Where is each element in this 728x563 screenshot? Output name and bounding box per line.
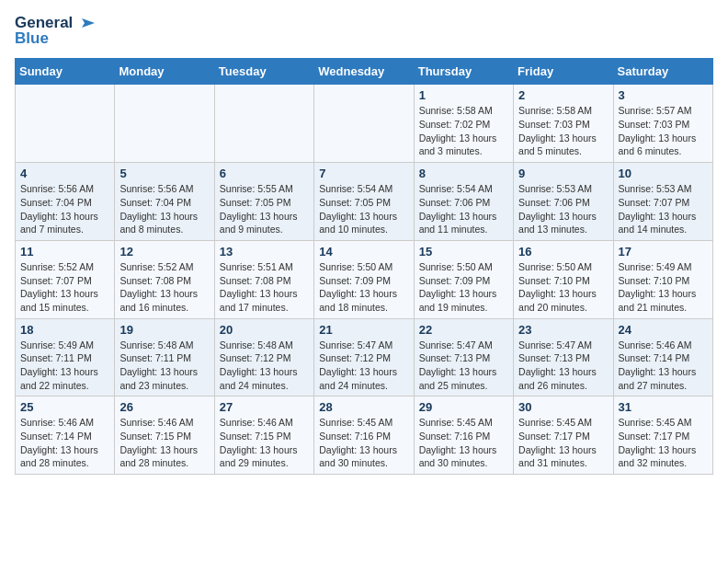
day-info: Sunrise: 5:56 AMSunset: 7:04 PMDaylight:…: [119, 182, 209, 236]
header-saturday: Saturday: [613, 59, 712, 85]
day-cell: [214, 85, 313, 163]
logo-bird-icon: [74, 15, 95, 31]
day-cell: [115, 85, 214, 163]
day-cell: [16, 85, 115, 163]
day-cell: 21Sunrise: 5:47 AMSunset: 7:12 PMDayligh…: [314, 318, 414, 396]
week-row-5: 25Sunrise: 5:46 AMSunset: 7:14 PMDayligh…: [16, 396, 713, 475]
header-tuesday: Tuesday: [214, 59, 313, 85]
day-info: Sunrise: 5:47 AMSunset: 7:13 PMDaylight:…: [518, 339, 608, 393]
day-cell: 4Sunrise: 5:56 AMSunset: 7:04 PMDaylight…: [16, 163, 115, 241]
day-cell: 23Sunrise: 5:47 AMSunset: 7:13 PMDayligh…: [514, 318, 613, 396]
day-info: Sunrise: 5:49 AMSunset: 7:11 PMDaylight:…: [20, 339, 109, 393]
day-cell: 18Sunrise: 5:49 AMSunset: 7:11 PMDayligh…: [16, 318, 115, 396]
day-cell: [314, 85, 414, 163]
day-number: 3: [619, 88, 708, 102]
day-number: 28: [319, 400, 408, 414]
logo: General Blue: [15, 15, 95, 47]
header-sunday: Sunday: [16, 59, 115, 85]
day-info: Sunrise: 5:50 AMSunset: 7:09 PMDaylight:…: [419, 260, 508, 315]
day-info: Sunrise: 5:58 AMSunset: 7:03 PMDaylight:…: [518, 104, 608, 158]
day-cell: 10Sunrise: 5:53 AMSunset: 7:07 PMDayligh…: [613, 163, 712, 241]
day-number: 4: [20, 167, 109, 180]
header-friday: Friday: [514, 59, 613, 85]
day-cell: 12Sunrise: 5:52 AMSunset: 7:08 PMDayligh…: [115, 240, 214, 318]
day-number: 26: [119, 400, 209, 414]
day-cell: 1Sunrise: 5:58 AMSunset: 7:02 PMDaylight…: [414, 85, 513, 163]
day-info: Sunrise: 5:46 AMSunset: 7:14 PMDaylight:…: [20, 416, 109, 470]
day-number: 17: [619, 245, 708, 259]
day-info: Sunrise: 5:58 AMSunset: 7:02 PMDaylight:…: [419, 104, 508, 158]
week-row-2: 4Sunrise: 5:56 AMSunset: 7:04 PMDaylight…: [16, 163, 713, 241]
day-cell: 7Sunrise: 5:54 AMSunset: 7:05 PMDaylight…: [314, 163, 414, 241]
day-cell: 19Sunrise: 5:48 AMSunset: 7:11 PMDayligh…: [115, 318, 214, 396]
day-number: 6: [220, 167, 309, 180]
day-cell: 28Sunrise: 5:45 AMSunset: 7:16 PMDayligh…: [314, 396, 414, 475]
day-number: 5: [119, 167, 209, 180]
day-number: 21: [319, 323, 408, 337]
day-cell: 6Sunrise: 5:55 AMSunset: 7:05 PMDaylight…: [214, 163, 313, 241]
day-cell: 8Sunrise: 5:54 AMSunset: 7:06 PMDaylight…: [414, 163, 513, 241]
day-cell: 15Sunrise: 5:50 AMSunset: 7:09 PMDayligh…: [414, 240, 513, 318]
day-cell: 30Sunrise: 5:45 AMSunset: 7:17 PMDayligh…: [514, 396, 613, 475]
day-info: Sunrise: 5:45 AMSunset: 7:16 PMDaylight:…: [319, 416, 408, 470]
day-number: 2: [518, 88, 608, 102]
svg-marker-0: [82, 18, 95, 28]
week-row-1: 1Sunrise: 5:58 AMSunset: 7:02 PMDaylight…: [16, 85, 713, 163]
day-number: 18: [20, 323, 109, 337]
day-cell: 13Sunrise: 5:51 AMSunset: 7:08 PMDayligh…: [214, 240, 313, 318]
day-cell: 3Sunrise: 5:57 AMSunset: 7:03 PMDaylight…: [613, 85, 712, 163]
day-cell: 22Sunrise: 5:47 AMSunset: 7:13 PMDayligh…: [414, 318, 513, 396]
day-number: 22: [419, 323, 508, 337]
day-number: 24: [619, 323, 708, 337]
day-info: Sunrise: 5:57 AMSunset: 7:03 PMDaylight:…: [619, 104, 708, 158]
calendar-header-row: SundayMondayTuesdayWednesdayThursdayFrid…: [16, 59, 713, 85]
day-number: 15: [419, 245, 508, 259]
day-cell: 20Sunrise: 5:48 AMSunset: 7:12 PMDayligh…: [214, 318, 313, 396]
week-row-4: 18Sunrise: 5:49 AMSunset: 7:11 PMDayligh…: [16, 318, 713, 396]
day-cell: 31Sunrise: 5:45 AMSunset: 7:17 PMDayligh…: [613, 396, 712, 475]
day-info: Sunrise: 5:51 AMSunset: 7:08 PMDaylight:…: [220, 260, 309, 315]
day-cell: 26Sunrise: 5:46 AMSunset: 7:15 PMDayligh…: [115, 396, 214, 475]
week-row-3: 11Sunrise: 5:52 AMSunset: 7:07 PMDayligh…: [16, 240, 713, 318]
day-cell: 25Sunrise: 5:46 AMSunset: 7:14 PMDayligh…: [16, 396, 115, 475]
day-number: 14: [319, 245, 408, 259]
day-info: Sunrise: 5:52 AMSunset: 7:08 PMDaylight:…: [119, 260, 209, 315]
day-cell: 2Sunrise: 5:58 AMSunset: 7:03 PMDaylight…: [514, 85, 613, 163]
day-info: Sunrise: 5:52 AMSunset: 7:07 PMDaylight:…: [20, 260, 109, 315]
day-number: 27: [220, 400, 309, 414]
day-number: 8: [419, 167, 508, 180]
day-info: Sunrise: 5:50 AMSunset: 7:10 PMDaylight:…: [518, 260, 608, 315]
day-cell: 24Sunrise: 5:46 AMSunset: 7:14 PMDayligh…: [613, 318, 712, 396]
day-info: Sunrise: 5:56 AMSunset: 7:04 PMDaylight:…: [20, 182, 109, 236]
day-cell: 5Sunrise: 5:56 AMSunset: 7:04 PMDaylight…: [115, 163, 214, 241]
day-number: 31: [619, 400, 708, 414]
day-info: Sunrise: 5:48 AMSunset: 7:12 PMDaylight:…: [220, 339, 309, 393]
day-number: 9: [518, 167, 608, 180]
day-number: 29: [419, 400, 508, 414]
day-cell: 27Sunrise: 5:46 AMSunset: 7:15 PMDayligh…: [214, 396, 313, 475]
day-info: Sunrise: 5:47 AMSunset: 7:13 PMDaylight:…: [419, 339, 508, 393]
day-cell: 14Sunrise: 5:50 AMSunset: 7:09 PMDayligh…: [314, 240, 414, 318]
logo-blue: Blue: [15, 30, 95, 48]
day-info: Sunrise: 5:53 AMSunset: 7:06 PMDaylight:…: [518, 182, 608, 236]
day-info: Sunrise: 5:46 AMSunset: 7:15 PMDaylight:…: [220, 416, 309, 470]
day-number: 1: [419, 88, 508, 102]
day-info: Sunrise: 5:53 AMSunset: 7:07 PMDaylight:…: [619, 182, 708, 236]
day-info: Sunrise: 5:50 AMSunset: 7:09 PMDaylight:…: [319, 260, 408, 315]
day-number: 19: [119, 323, 209, 337]
day-info: Sunrise: 5:45 AMSunset: 7:17 PMDaylight:…: [518, 416, 608, 470]
logo-container: General Blue: [15, 15, 95, 47]
day-cell: 11Sunrise: 5:52 AMSunset: 7:07 PMDayligh…: [16, 240, 115, 318]
day-number: 7: [319, 167, 408, 180]
day-info: Sunrise: 5:45 AMSunset: 7:17 PMDaylight:…: [619, 416, 708, 470]
day-info: Sunrise: 5:49 AMSunset: 7:10 PMDaylight:…: [619, 260, 708, 315]
day-number: 23: [518, 323, 608, 337]
header-monday: Monday: [115, 59, 214, 85]
day-number: 16: [518, 245, 608, 259]
header-wednesday: Wednesday: [314, 59, 414, 85]
day-cell: 17Sunrise: 5:49 AMSunset: 7:10 PMDayligh…: [613, 240, 712, 318]
day-info: Sunrise: 5:46 AMSunset: 7:14 PMDaylight:…: [619, 339, 708, 393]
header-thursday: Thursday: [414, 59, 513, 85]
day-number: 25: [20, 400, 109, 414]
day-number: 13: [220, 245, 309, 259]
